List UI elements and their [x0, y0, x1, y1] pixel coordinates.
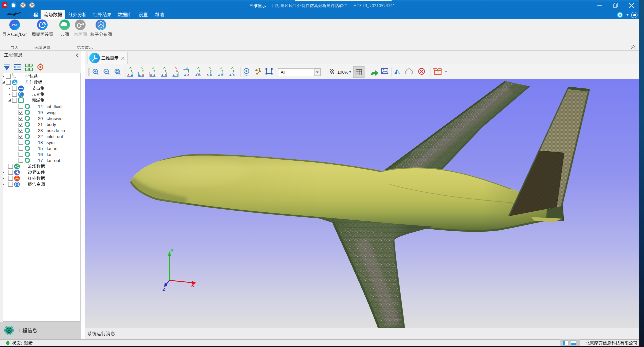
- svg-text:X: X: [176, 69, 178, 72]
- svg-text:Y: Y: [153, 69, 156, 72]
- svg-text:x: x: [128, 73, 130, 76]
- svg-text:x: x: [142, 73, 144, 76]
- svg-text:x: x: [207, 73, 209, 76]
- svg-text:z: z: [154, 73, 155, 76]
- svg-text:x: x: [150, 73, 152, 76]
- svg-text:Y: Y: [198, 69, 201, 72]
- svg-text:z: z: [14, 76, 15, 78]
- svg-text:cas: cas: [12, 22, 18, 27]
- svg-text:z: z: [173, 73, 174, 76]
- svg-text:z: z: [161, 73, 163, 76]
- svg-text:x: x: [15, 76, 16, 78]
- svg-text:Y: Y: [12, 73, 13, 75]
- svg-text:Z: Z: [184, 73, 186, 76]
- svg-text:Y: Y: [170, 248, 174, 253]
- svg-text:z: z: [195, 73, 197, 76]
- svg-text:Y: Y: [131, 69, 133, 72]
- svg-text:x: x: [165, 73, 167, 76]
- svg-text:Z: Z: [131, 73, 133, 76]
- svg-text:x: x: [187, 73, 189, 76]
- svg-text:100%: 100%: [337, 70, 349, 75]
- svg-text:Y: Y: [142, 69, 144, 72]
- svg-text:All: All: [281, 70, 285, 75]
- svg-text:Y: Y: [164, 69, 167, 72]
- svg-text:X: X: [191, 283, 194, 288]
- svg-text:z: z: [218, 73, 220, 76]
- svg-text:Z: Z: [162, 287, 165, 292]
- svg-text:Z: Z: [229, 73, 231, 76]
- svg-text:z: z: [139, 73, 141, 76]
